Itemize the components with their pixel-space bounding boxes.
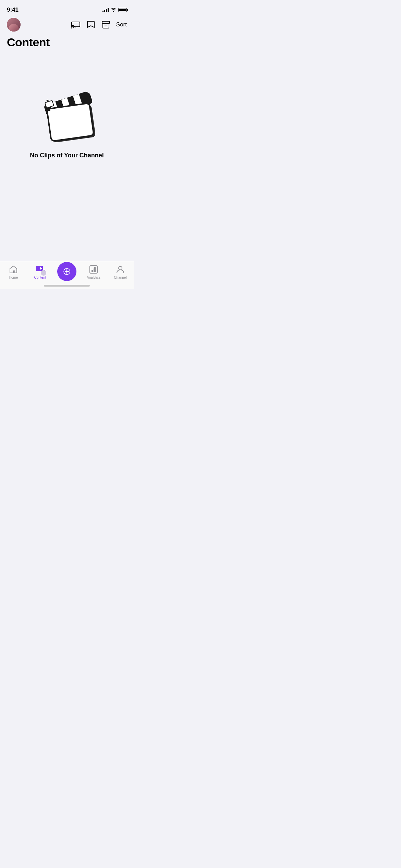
page-title: Content	[7, 36, 127, 49]
status-icons	[102, 8, 127, 12]
nav-item-add[interactable]	[57, 265, 77, 281]
sort-button[interactable]: Sort	[116, 21, 127, 28]
nav-item-analytics[interactable]: Analytics	[83, 265, 104, 279]
status-time: 9:41	[7, 7, 19, 13]
channel-icon	[116, 265, 125, 274]
archive-icon[interactable]	[101, 20, 111, 29]
wifi-icon	[111, 8, 116, 12]
signal-icon	[102, 8, 109, 12]
nav-label-analytics: Analytics	[87, 276, 100, 279]
header-actions: Sort	[71, 20, 127, 29]
home-icon	[9, 265, 18, 274]
home-bar	[44, 285, 90, 287]
svg-rect-22	[92, 270, 93, 272]
svg-rect-2	[102, 21, 110, 23]
page-title-section: Content	[0, 34, 134, 56]
svg-rect-0	[72, 22, 80, 27]
cast-icon[interactable]	[71, 20, 81, 29]
avatar[interactable]	[7, 18, 21, 32]
nav-item-channel[interactable]: Channel	[110, 265, 131, 279]
svg-rect-14	[47, 103, 94, 141]
clapboard-illustration	[33, 76, 101, 145]
empty-state-message: No Clips of Your Channel	[30, 152, 104, 159]
nav-label-content: Content	[34, 276, 46, 279]
bookmark-icon[interactable]	[86, 20, 96, 29]
nav-item-home[interactable]: Home	[3, 265, 24, 279]
svg-point-25	[119, 266, 122, 270]
empty-state: No Clips of Your Channel	[0, 63, 134, 173]
svg-point-1	[71, 27, 72, 28]
header: Sort	[0, 15, 134, 34]
analytics-icon	[89, 265, 98, 274]
nav-label-channel: Channel	[114, 276, 126, 279]
battery-icon	[118, 8, 127, 12]
status-bar: 9:41	[0, 0, 134, 15]
nav-label-home: Home	[9, 276, 18, 279]
nav-item-content[interactable]: Content	[30, 265, 50, 279]
svg-rect-24	[94, 267, 96, 272]
add-button[interactable]	[57, 262, 76, 281]
content-icon	[35, 265, 45, 274]
